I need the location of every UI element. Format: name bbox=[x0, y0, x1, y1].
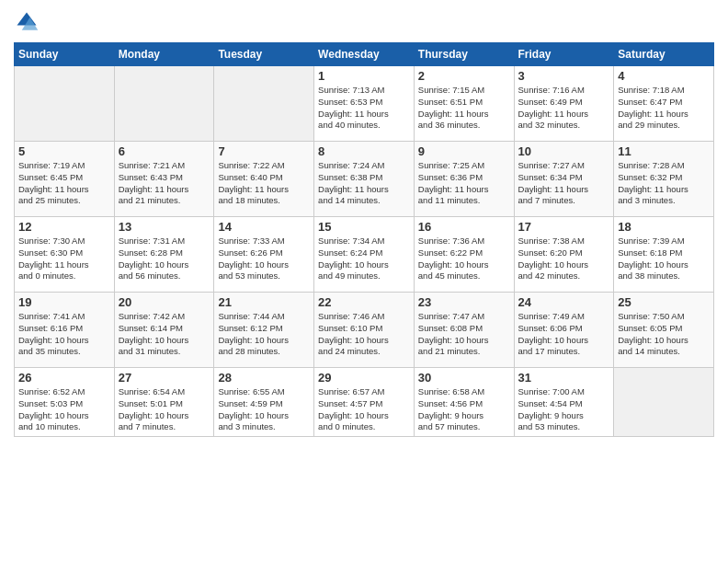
calendar-cell: 11Sunrise: 7:28 AM Sunset: 6:32 PM Dayli… bbox=[614, 142, 714, 217]
day-info: Sunrise: 7:21 AM Sunset: 6:43 PM Dayligh… bbox=[119, 160, 210, 207]
logo-icon bbox=[14, 9, 40, 35]
day-info: Sunrise: 7:22 AM Sunset: 6:40 PM Dayligh… bbox=[218, 160, 310, 207]
calendar-cell: 18Sunrise: 7:39 AM Sunset: 6:18 PM Dayli… bbox=[614, 217, 714, 293]
day-info: Sunrise: 7:33 AM Sunset: 6:26 PM Dayligh… bbox=[218, 236, 310, 282]
calendar-cell: 30Sunrise: 6:58 AM Sunset: 4:56 PM Dayli… bbox=[414, 368, 514, 437]
calendar-cell: 7Sunrise: 7:22 AM Sunset: 6:40 PM Daylig… bbox=[214, 142, 314, 217]
day-number: 22 bbox=[318, 295, 410, 309]
day-number: 1 bbox=[318, 69, 410, 83]
calendar-cell: 1Sunrise: 7:13 AM Sunset: 6:53 PM Daylig… bbox=[314, 66, 415, 142]
day-number: 3 bbox=[518, 69, 610, 83]
day-number: 29 bbox=[318, 371, 410, 385]
calendar-cell: 26Sunrise: 6:52 AM Sunset: 5:03 PM Dayli… bbox=[15, 368, 115, 437]
day-info: Sunrise: 7:13 AM Sunset: 6:53 PM Dayligh… bbox=[318, 85, 410, 132]
page: SundayMondayTuesdayWednesdayThursdayFrid… bbox=[0, 0, 728, 563]
day-number: 31 bbox=[518, 371, 610, 385]
day-number: 23 bbox=[418, 295, 510, 309]
calendar-cell: 17Sunrise: 7:38 AM Sunset: 6:20 PM Dayli… bbox=[514, 217, 614, 293]
day-number: 24 bbox=[518, 295, 610, 309]
day-info: Sunrise: 7:47 AM Sunset: 6:08 PM Dayligh… bbox=[418, 311, 510, 358]
calendar-week-row: 1Sunrise: 7:13 AM Sunset: 6:53 PM Daylig… bbox=[15, 66, 714, 142]
calendar-week-row: 12Sunrise: 7:30 AM Sunset: 6:30 PM Dayli… bbox=[15, 217, 714, 293]
calendar-cell: 16Sunrise: 7:36 AM Sunset: 6:22 PM Dayli… bbox=[414, 217, 514, 293]
calendar-cell: 29Sunrise: 6:57 AM Sunset: 4:57 PM Dayli… bbox=[314, 368, 415, 437]
calendar-cell: 21Sunrise: 7:44 AM Sunset: 6:12 PM Dayli… bbox=[214, 293, 314, 368]
day-info: Sunrise: 7:36 AM Sunset: 6:22 PM Dayligh… bbox=[418, 236, 510, 282]
day-info: Sunrise: 6:54 AM Sunset: 5:01 PM Dayligh… bbox=[119, 386, 210, 433]
calendar-cell: 19Sunrise: 7:41 AM Sunset: 6:16 PM Dayli… bbox=[15, 293, 115, 368]
calendar-cell: 24Sunrise: 7:49 AM Sunset: 6:06 PM Dayli… bbox=[514, 293, 614, 368]
day-number: 8 bbox=[318, 144, 410, 158]
weekday-header-saturday: Saturday bbox=[614, 43, 714, 66]
calendar-cell: 22Sunrise: 7:46 AM Sunset: 6:10 PM Dayli… bbox=[314, 293, 415, 368]
day-info: Sunrise: 7:18 AM Sunset: 6:47 PM Dayligh… bbox=[618, 85, 710, 132]
day-info: Sunrise: 7:15 AM Sunset: 6:51 PM Dayligh… bbox=[418, 85, 510, 132]
day-number: 7 bbox=[218, 144, 310, 158]
day-number: 4 bbox=[618, 69, 710, 83]
day-number: 21 bbox=[218, 295, 310, 309]
calendar-cell: 12Sunrise: 7:30 AM Sunset: 6:30 PM Dayli… bbox=[15, 217, 115, 293]
day-number: 9 bbox=[418, 144, 510, 158]
calendar-cell: 13Sunrise: 7:31 AM Sunset: 6:28 PM Dayli… bbox=[114, 217, 214, 293]
calendar-cell: 28Sunrise: 6:55 AM Sunset: 4:59 PM Dayli… bbox=[214, 368, 314, 437]
day-number: 13 bbox=[119, 220, 210, 234]
calendar-cell: 20Sunrise: 7:42 AM Sunset: 6:14 PM Dayli… bbox=[114, 293, 214, 368]
calendar-cell: 6Sunrise: 7:21 AM Sunset: 6:43 PM Daylig… bbox=[114, 142, 214, 217]
day-number: 10 bbox=[518, 144, 610, 158]
calendar-table: SundayMondayTuesdayWednesdayThursdayFrid… bbox=[14, 42, 714, 437]
calendar-header: SundayMondayTuesdayWednesdayThursdayFrid… bbox=[15, 43, 714, 66]
day-info: Sunrise: 7:42 AM Sunset: 6:14 PM Dayligh… bbox=[119, 311, 210, 358]
day-number: 17 bbox=[518, 220, 610, 234]
day-info: Sunrise: 6:58 AM Sunset: 4:56 PM Dayligh… bbox=[418, 386, 510, 433]
day-info: Sunrise: 7:46 AM Sunset: 6:10 PM Dayligh… bbox=[318, 311, 410, 358]
calendar-cell: 3Sunrise: 7:16 AM Sunset: 6:49 PM Daylig… bbox=[514, 66, 614, 142]
day-info: Sunrise: 7:00 AM Sunset: 4:54 PM Dayligh… bbox=[518, 386, 610, 433]
weekday-header-tuesday: Tuesday bbox=[214, 43, 314, 66]
calendar-week-row: 26Sunrise: 6:52 AM Sunset: 5:03 PM Dayli… bbox=[15, 368, 714, 437]
day-info: Sunrise: 7:25 AM Sunset: 6:36 PM Dayligh… bbox=[418, 160, 510, 207]
day-number: 6 bbox=[119, 144, 210, 158]
day-info: Sunrise: 7:44 AM Sunset: 6:12 PM Dayligh… bbox=[218, 311, 310, 358]
calendar-cell: 14Sunrise: 7:33 AM Sunset: 6:26 PM Dayli… bbox=[214, 217, 314, 293]
weekday-header-thursday: Thursday bbox=[414, 43, 514, 66]
day-number: 15 bbox=[318, 220, 410, 234]
day-number: 30 bbox=[418, 371, 510, 385]
day-number: 2 bbox=[418, 69, 510, 83]
day-number: 14 bbox=[218, 220, 310, 234]
day-info: Sunrise: 7:41 AM Sunset: 6:16 PM Dayligh… bbox=[18, 311, 110, 358]
calendar-cell: 31Sunrise: 7:00 AM Sunset: 4:54 PM Dayli… bbox=[514, 368, 614, 437]
calendar-cell: 25Sunrise: 7:50 AM Sunset: 6:05 PM Dayli… bbox=[614, 293, 714, 368]
day-number: 12 bbox=[18, 220, 110, 234]
day-info: Sunrise: 7:16 AM Sunset: 6:49 PM Dayligh… bbox=[518, 85, 610, 132]
day-number: 18 bbox=[618, 220, 710, 234]
calendar-body: 1Sunrise: 7:13 AM Sunset: 6:53 PM Daylig… bbox=[15, 66, 714, 437]
day-info: Sunrise: 7:34 AM Sunset: 6:24 PM Dayligh… bbox=[318, 236, 410, 282]
weekday-header-monday: Monday bbox=[114, 43, 214, 66]
calendar-week-row: 19Sunrise: 7:41 AM Sunset: 6:16 PM Dayli… bbox=[15, 293, 714, 368]
day-number: 26 bbox=[18, 371, 110, 385]
calendar-cell: 9Sunrise: 7:25 AM Sunset: 6:36 PM Daylig… bbox=[414, 142, 514, 217]
calendar-cell: 8Sunrise: 7:24 AM Sunset: 6:38 PM Daylig… bbox=[314, 142, 415, 217]
calendar-cell: 23Sunrise: 7:47 AM Sunset: 6:08 PM Dayli… bbox=[414, 293, 514, 368]
day-info: Sunrise: 7:39 AM Sunset: 6:18 PM Dayligh… bbox=[618, 236, 710, 282]
day-info: Sunrise: 7:19 AM Sunset: 6:45 PM Dayligh… bbox=[18, 160, 110, 207]
day-info: Sunrise: 6:55 AM Sunset: 4:59 PM Dayligh… bbox=[218, 386, 310, 433]
day-info: Sunrise: 7:28 AM Sunset: 6:32 PM Dayligh… bbox=[618, 160, 710, 207]
day-number: 5 bbox=[18, 144, 110, 158]
day-number: 16 bbox=[418, 220, 510, 234]
day-number: 28 bbox=[218, 371, 310, 385]
weekday-header-wednesday: Wednesday bbox=[314, 43, 415, 66]
day-number: 19 bbox=[18, 295, 110, 309]
day-info: Sunrise: 7:30 AM Sunset: 6:30 PM Dayligh… bbox=[18, 236, 110, 282]
day-info: Sunrise: 7:50 AM Sunset: 6:05 PM Dayligh… bbox=[618, 311, 710, 358]
day-info: Sunrise: 7:38 AM Sunset: 6:20 PM Dayligh… bbox=[518, 236, 610, 282]
day-info: Sunrise: 7:27 AM Sunset: 6:34 PM Dayligh… bbox=[518, 160, 610, 207]
day-info: Sunrise: 6:57 AM Sunset: 4:57 PM Dayligh… bbox=[318, 386, 410, 433]
day-number: 20 bbox=[119, 295, 210, 309]
logo bbox=[14, 9, 43, 35]
day-info: Sunrise: 7:24 AM Sunset: 6:38 PM Dayligh… bbox=[318, 160, 410, 207]
calendar-cell: 4Sunrise: 7:18 AM Sunset: 6:47 PM Daylig… bbox=[614, 66, 714, 142]
header bbox=[14, 9, 714, 35]
calendar-cell: 10Sunrise: 7:27 AM Sunset: 6:34 PM Dayli… bbox=[514, 142, 614, 217]
calendar-cell bbox=[214, 66, 314, 142]
